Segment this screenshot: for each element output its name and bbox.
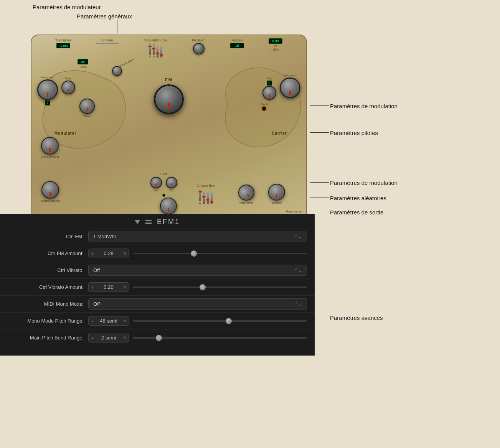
stereo-detune-label: stereo detune: [41, 199, 60, 203]
param-slider-thumb-6[interactable]: [156, 335, 162, 341]
annotation-pilotes: Paramètres pilotes: [330, 130, 378, 137]
stepper-down-1[interactable]: ∨: [91, 251, 94, 256]
panel-collapse-triangle[interactable]: [135, 220, 140, 224]
main-level-group: main level: [238, 184, 254, 204]
param-slider-thumb-1[interactable]: [191, 250, 197, 257]
annotation-line-sortie: [310, 212, 329, 212]
lfo-led: [162, 194, 165, 197]
mod-pitch-knob[interactable]: [112, 66, 122, 76]
panel-menu-icon[interactable]: [145, 220, 152, 224]
voices-label: Voices: [232, 38, 242, 42]
main-level-knob[interactable]: [235, 181, 257, 203]
stepper-up-1[interactable]: ∧: [123, 251, 126, 256]
annotation-aleatoires: Paramètres aléatoires: [330, 195, 386, 202]
param-stepper-box-6: ∨2 semi∧: [88, 333, 129, 343]
annotation-line-modulateur: [54, 11, 54, 32]
lfo-section: LFO Vib FM: [150, 172, 177, 197]
fm-label: FM: [165, 77, 173, 82]
fm-mod-label: FM: [169, 189, 174, 192]
annotation-sortie: Paramètres de sortie: [330, 209, 383, 216]
param-dropdown-4[interactable]: Off⌃⌄: [88, 298, 307, 310]
fixed-led[interactable]: [262, 106, 266, 111]
unison-label: Unison: [102, 38, 113, 42]
fixed-label: Fixed: [260, 102, 268, 106]
param-label-0: Ctrl FM:: [8, 234, 88, 239]
annotation-line-modulation-bottom: [310, 182, 329, 183]
annotation-line-pilotes: [310, 132, 329, 133]
fm-center-knob[interactable]: [154, 84, 184, 114]
lfo-label: LFO: [160, 172, 167, 176]
stepper-up-6[interactable]: ∧: [123, 335, 126, 340]
param-dropdown-2[interactable]: Off⌃⌄: [88, 265, 307, 276]
param-slider-track-5[interactable]: [133, 320, 307, 322]
stepper-up-5[interactable]: ∧: [123, 318, 126, 323]
param-slider-track-6[interactable]: [133, 337, 307, 339]
stepper-down-5[interactable]: ∨: [91, 318, 94, 323]
param-slider-track-3[interactable]: [133, 287, 307, 288]
harmonic-left-label: Harmonic: [41, 76, 54, 79]
stereo-detune-group: stereo detune: [41, 181, 60, 203]
rate-knob[interactable]: [160, 198, 177, 214]
stepper-up-3[interactable]: ∧: [123, 285, 126, 290]
fm-center-group: [154, 84, 184, 114]
param-row-5: Mono Mode Pitch Range:∨48 semi∧: [0, 312, 315, 329]
panel-title: EFM1: [157, 218, 180, 226]
stepper-down-6[interactable]: ∨: [91, 335, 94, 340]
param-dropdown-0[interactable]: 1 ModWhl⌃⌄: [88, 231, 307, 242]
vib-knob[interactable]: [150, 177, 162, 188]
annotation-modulation-bottom: Paramètres de modulation: [330, 180, 398, 186]
sub-osc-knob[interactable]: [41, 137, 59, 155]
param-slider-track-1[interactable]: [133, 253, 307, 254]
sub-osc-group: sub osc level: [41, 137, 59, 158]
annotation-avances: Paramètres avancés: [330, 315, 383, 321]
stereo-detune-knob[interactable]: [41, 181, 59, 199]
harmonic-left-group: Harmonic 1: [37, 76, 58, 105]
fm-mod-knob[interactable]: [166, 177, 177, 188]
param-slider-thumb-3[interactable]: [200, 284, 206, 290]
param-rows-container: Ctrl FM:1 ModWhl⌃⌄Ctrl FM Amount:∨0.28∧C…: [0, 228, 315, 346]
fm-depth-group: fm depth: [192, 38, 206, 54]
mod-env-sliders: A D: [149, 43, 162, 58]
harmonic-left-knob[interactable]: [37, 79, 58, 100]
fine-right-label: Fine: [266, 77, 272, 80]
wave-label: Wave: [83, 114, 91, 118]
glide-group: 0.00 ms Glide: [269, 38, 282, 52]
main-level-label: main level: [239, 201, 253, 204]
harmonic-right-knob[interactable]: [280, 77, 300, 98]
velocity-knob[interactable]: [268, 184, 285, 201]
fine-left-label: Fine: [65, 77, 71, 80]
param-stepper-box-3: ∨0.20∧: [88, 282, 129, 292]
panel-title-bar: EFM1: [0, 214, 315, 228]
param-label-2: Ctrl Vibrato:: [8, 267, 88, 273]
annotation-line-avances: [310, 317, 329, 317]
glide-display[interactable]: 0.00: [269, 38, 282, 44]
randomize-label: Randomize: [286, 210, 302, 213]
transpose-label: Transpose: [55, 38, 71, 42]
wave-knob[interactable]: [79, 99, 95, 114]
fine-left-knob[interactable]: [61, 81, 75, 94]
annotation-modulateur: Paramètres de modulateur: [33, 4, 101, 10]
unison-indicator: [96, 43, 119, 44]
param-label-4: MIDI Mono Mode:: [8, 301, 88, 307]
chevron-icon-2: ⌃⌄: [294, 268, 302, 273]
param-stepper-box-1: ∨0.28∧: [88, 249, 129, 258]
fine-right-knob[interactable]: [262, 86, 276, 100]
wave-group: Wave: [79, 99, 95, 118]
vib-label: Vib: [154, 189, 158, 192]
stepper-down-3[interactable]: ∨: [91, 285, 94, 290]
vol-env-section: Volume Env A: [196, 184, 215, 204]
fm-depth-label: fm depth: [192, 38, 206, 42]
transpose-display[interactable]: -1 oct: [56, 43, 71, 48]
param-row-2: Ctrl Vibrato:Off⌃⌄: [0, 262, 315, 278]
fm-depth-knob[interactable]: [193, 43, 205, 54]
param-slider-thumb-5[interactable]: [226, 318, 232, 324]
voices-display[interactable]: 16: [230, 43, 244, 48]
harmonic-right-group: Harmonic: [280, 74, 300, 98]
voices-group: Voices 16: [230, 38, 244, 48]
param-label-6: Main Pitch Bend Range:: [8, 335, 88, 341]
chevron-icon-0: ⌃⌄: [294, 234, 302, 239]
param-stepper-box-5: ∨48 semi∧: [88, 316, 129, 326]
velocity-group: velocity: [268, 184, 285, 204]
param-row-4: MIDI Mono Mode:Off⌃⌄: [0, 295, 315, 312]
fine-left-group: Fine: [61, 77, 75, 94]
